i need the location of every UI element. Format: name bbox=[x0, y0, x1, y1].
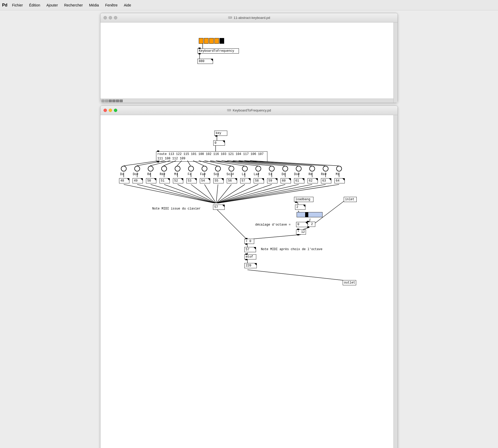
num-61[interactable]: 61 bbox=[294, 178, 304, 183]
label-res: Ré# bbox=[160, 173, 165, 176]
num-52[interactable]: 52 bbox=[173, 178, 183, 183]
window-title-2: ⌨ KeyboardToFrequency.pd bbox=[227, 108, 271, 112]
obj-route: route 113 122 115 101 100 102 116 103 12… bbox=[156, 151, 267, 162]
wires-2 bbox=[100, 115, 385, 448]
bang-re[interactable] bbox=[148, 166, 153, 171]
num-55[interactable]: 55 bbox=[213, 178, 224, 183]
num-880[interactable]: 880 bbox=[197, 59, 213, 64]
label-fas: Fa# bbox=[200, 173, 206, 176]
svg-line-46 bbox=[216, 184, 231, 203]
bang-mi[interactable] bbox=[175, 166, 180, 171]
label-do2: Do bbox=[282, 173, 285, 176]
num-56[interactable]: 56 bbox=[227, 178, 237, 183]
bang-do2s[interactable] bbox=[296, 166, 302, 171]
num-54[interactable]: 54 bbox=[200, 178, 210, 183]
svg-line-55 bbox=[216, 209, 247, 239]
window-buttons-2[interactable] bbox=[104, 109, 117, 112]
num-57-la[interactable]: 57 bbox=[240, 178, 251, 183]
bang-fa[interactable] bbox=[188, 166, 194, 171]
bang-mi2[interactable] bbox=[336, 166, 342, 171]
wires-1 bbox=[100, 23, 398, 103]
num-59[interactable]: 59 bbox=[267, 178, 277, 183]
window-title-1: ⌨ 11-abstract-keyboard.pd bbox=[228, 16, 270, 20]
menubar: Pd Fichier Édition Ajouter Rechercher Mé… bbox=[0, 0, 498, 10]
window-keyboard-to-freq: ⌨ KeyboardToFrequency.pd key 0 route 113… bbox=[100, 106, 398, 448]
menu-aide[interactable]: Aide bbox=[121, 2, 134, 8]
menu-fenetre[interactable]: Fenêtre bbox=[102, 2, 120, 8]
num-0[interactable]: 0 bbox=[213, 140, 225, 146]
num-57b[interactable]: 57 bbox=[244, 247, 256, 252]
bang-dos[interactable] bbox=[134, 166, 140, 171]
obj-mtof: mtof bbox=[244, 254, 256, 259]
fullscreen-button-1[interactable] bbox=[114, 16, 117, 19]
num-63[interactable]: 63 bbox=[321, 178, 331, 183]
bang-fas[interactable] bbox=[202, 166, 207, 171]
menu-edition[interactable]: Édition bbox=[26, 2, 43, 8]
key-2[interactable] bbox=[204, 38, 209, 44]
svg-line-43 bbox=[191, 184, 216, 203]
bang-si[interactable] bbox=[269, 166, 275, 171]
num-220[interactable]: 220 bbox=[244, 263, 257, 268]
svg-line-39 bbox=[137, 184, 215, 203]
num-58[interactable]: 58 bbox=[254, 178, 264, 183]
svg-line-65 bbox=[247, 270, 346, 281]
scrollbar-right-2[interactable] bbox=[393, 115, 398, 448]
label-mi2: Mi bbox=[336, 173, 339, 176]
num-51[interactable]: 51 bbox=[159, 178, 170, 183]
bang-re2[interactable] bbox=[309, 166, 315, 171]
bang-do2[interactable] bbox=[282, 166, 288, 171]
key-1[interactable] bbox=[199, 38, 203, 44]
bang-las[interactable] bbox=[255, 166, 261, 171]
num-64[interactable]: 64 bbox=[334, 178, 345, 183]
close-button-1[interactable] bbox=[104, 16, 107, 19]
key-4[interactable] bbox=[214, 38, 219, 44]
menu-media[interactable]: Média bbox=[86, 2, 101, 8]
key-3[interactable] bbox=[209, 38, 214, 44]
svg-line-44 bbox=[204, 184, 216, 203]
fullscreen-button-2[interactable] bbox=[114, 109, 117, 112]
svg-line-38 bbox=[124, 184, 214, 203]
close-button-2[interactable] bbox=[104, 109, 107, 112]
num-57-central[interactable]: 57 bbox=[213, 205, 225, 210]
svg-line-49 bbox=[217, 184, 272, 203]
keyboard-widget[interactable] bbox=[199, 38, 224, 44]
app-logo: Pd bbox=[2, 3, 7, 8]
label-do: Do bbox=[120, 173, 124, 176]
obj-key: key bbox=[214, 131, 227, 136]
svg-line-42 bbox=[178, 184, 215, 203]
svg-line-41 bbox=[164, 184, 215, 203]
scrollbar-right-1[interactable] bbox=[393, 23, 398, 103]
menu-fichier[interactable]: Fichier bbox=[9, 2, 25, 8]
bang-re2s[interactable] bbox=[323, 166, 328, 171]
num-48[interactable]: 48 bbox=[119, 178, 129, 183]
minimize-button-2[interactable] bbox=[109, 109, 112, 112]
num-50[interactable]: 50 bbox=[146, 178, 156, 183]
menu-rechercher[interactable]: Rechercher bbox=[62, 2, 85, 8]
bang-res[interactable] bbox=[161, 166, 167, 171]
svg-line-40 bbox=[151, 184, 215, 203]
hslider[interactable] bbox=[297, 212, 323, 217]
num-60[interactable]: 60 bbox=[281, 178, 291, 183]
window-buttons-1[interactable] bbox=[104, 16, 117, 19]
num-2[interactable]: 2 bbox=[295, 205, 305, 210]
obj-loadbang: loadbang bbox=[294, 197, 313, 202]
bang-do[interactable] bbox=[121, 166, 127, 171]
minimize-button-1[interactable] bbox=[109, 16, 112, 19]
bang-sols[interactable] bbox=[229, 166, 234, 171]
num-49[interactable]: 49 bbox=[133, 178, 143, 183]
bang-la[interactable] bbox=[242, 166, 248, 171]
label-re2: Ré bbox=[309, 173, 312, 176]
menu-ajouter[interactable]: Ajouter bbox=[44, 2, 60, 8]
num-octave[interactable]: 0 bbox=[296, 222, 308, 227]
obj-plus0: + 0 bbox=[244, 239, 254, 244]
key-5[interactable] bbox=[219, 38, 224, 44]
bang-sol[interactable] bbox=[215, 166, 221, 171]
label-si: Si bbox=[268, 173, 272, 176]
num-53[interactable]: 53 bbox=[186, 178, 197, 183]
scrollbar-bottom-1[interactable] bbox=[100, 99, 393, 103]
canvas-1: KeyboardToFrequency 880 bbox=[100, 23, 398, 103]
label-las: La# bbox=[254, 173, 259, 176]
pd-file-icon-1: ⌨ bbox=[228, 16, 232, 19]
num-62[interactable]: 62 bbox=[307, 178, 318, 183]
label-do2s: Do# bbox=[294, 173, 300, 176]
